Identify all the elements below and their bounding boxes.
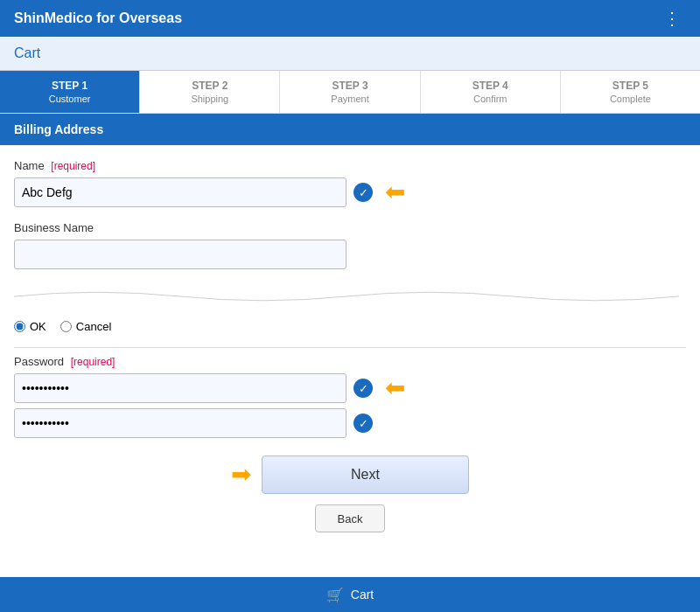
name-arrow-annotation: ⬅ [385, 180, 405, 205]
password-input[interactable] [14, 373, 346, 403]
back-button[interactable]: Back [315, 504, 385, 532]
step-5-name: Complete [564, 94, 696, 104]
radio-ok-input[interactable] [14, 321, 25, 332]
business-name-field-group: Business Name [14, 221, 686, 269]
step-1[interactable]: STEP 1 Customer [0, 71, 140, 113]
step-4-name: Confirm [424, 94, 556, 104]
step-2-num: STEP 2 [192, 80, 228, 92]
name-input-row: ✓ ⬅ [14, 177, 686, 207]
password-check-icon-2: ✓ [354, 414, 373, 433]
name-required-tag: [required] [51, 160, 95, 172]
step-2[interactable]: STEP 2 Shipping [140, 71, 280, 113]
step-3[interactable]: STEP 3 Payment [280, 71, 420, 113]
name-label: Name [required] [14, 159, 686, 172]
business-name-label: Business Name [14, 221, 686, 234]
step-2-name: Shipping [144, 94, 276, 104]
app-title: ShinMedico for Overseas [14, 10, 182, 26]
step-4[interactable]: STEP 4 Confirm [421, 71, 561, 113]
name-input[interactable] [14, 177, 346, 207]
password-required-tag: [required] [71, 356, 116, 368]
password-input-row-1: ✓ ⬅ [14, 373, 686, 403]
radio-ok-label[interactable]: OK [14, 320, 46, 333]
name-check-icon: ✓ [354, 183, 373, 202]
separator [14, 347, 686, 348]
cart-label: Cart [14, 45, 40, 60]
step-5-num: STEP 5 [612, 80, 648, 92]
scroll-area: Billing Address Name [required] ✓ ⬅ Busi… [0, 114, 700, 612]
password-section: Password [required] ✓ ⬅ ✓ [14, 355, 686, 438]
password-input-row-2: ✓ [14, 408, 686, 438]
footer-cart-label: Cart [351, 588, 374, 602]
password-label: Password [required] [14, 355, 686, 368]
password-check-icon-1: ✓ [354, 379, 373, 398]
step-4-num: STEP 4 [472, 80, 508, 92]
footer: 🛒 Cart [0, 577, 700, 612]
radio-group: OK Cancel [14, 313, 686, 340]
button-area: ➡ Next Back [14, 438, 686, 543]
next-row: ➡ Next [231, 456, 469, 494]
next-arrow-annotation: ➡ [231, 462, 251, 487]
password-arrow-annotation: ⬅ [385, 376, 405, 400]
step-3-name: Payment [284, 94, 416, 104]
step-5[interactable]: STEP 5 Complete [561, 71, 700, 113]
business-name-input-row [14, 240, 686, 269]
steps-bar: STEP 1 Customer STEP 2 Shipping STEP 3 P… [0, 71, 700, 114]
password-confirm-input[interactable] [14, 408, 346, 438]
main-form: Name [required] ✓ ⬅ Business Name [0, 145, 700, 557]
business-name-input[interactable] [14, 240, 346, 269]
billing-address-header: Billing Address [0, 114, 700, 145]
app-header: ShinMedico for Overseas ⋮ [0, 0, 700, 37]
next-button[interactable]: Next [262, 456, 469, 494]
wave-divider [14, 283, 686, 309]
menu-button[interactable]: ⋮ [658, 4, 686, 32]
radio-cancel-input[interactable] [60, 321, 72, 332]
step-1-num: STEP 1 [52, 80, 88, 92]
footer-cart-icon: 🛒 [326, 587, 344, 603]
cart-label-row: Cart [0, 37, 700, 71]
step-1-name: Customer [4, 94, 136, 104]
name-field-group: Name [required] ✓ ⬅ [14, 159, 686, 207]
radio-cancel-label[interactable]: Cancel [60, 320, 111, 333]
step-3-num: STEP 3 [332, 80, 368, 92]
